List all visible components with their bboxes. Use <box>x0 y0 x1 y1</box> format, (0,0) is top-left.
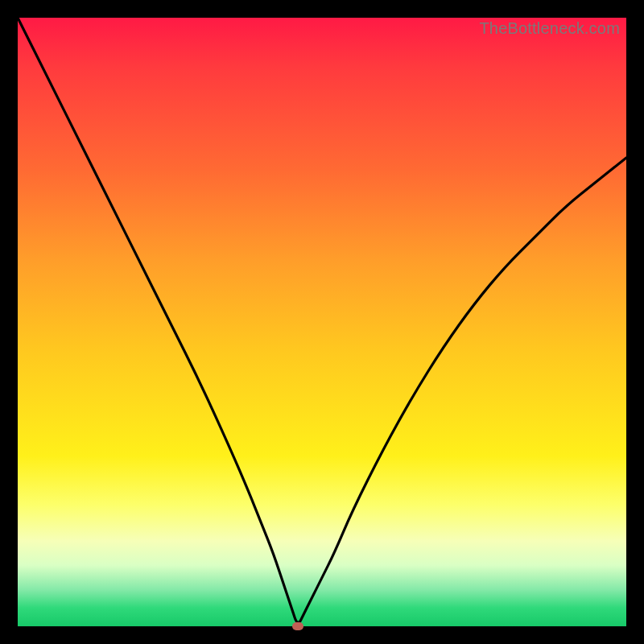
minimum-point-marker <box>292 622 303 630</box>
chart-frame: TheBottleneck.com <box>0 0 644 644</box>
bottleneck-curve <box>18 18 626 626</box>
plot-area: TheBottleneck.com <box>18 18 626 626</box>
